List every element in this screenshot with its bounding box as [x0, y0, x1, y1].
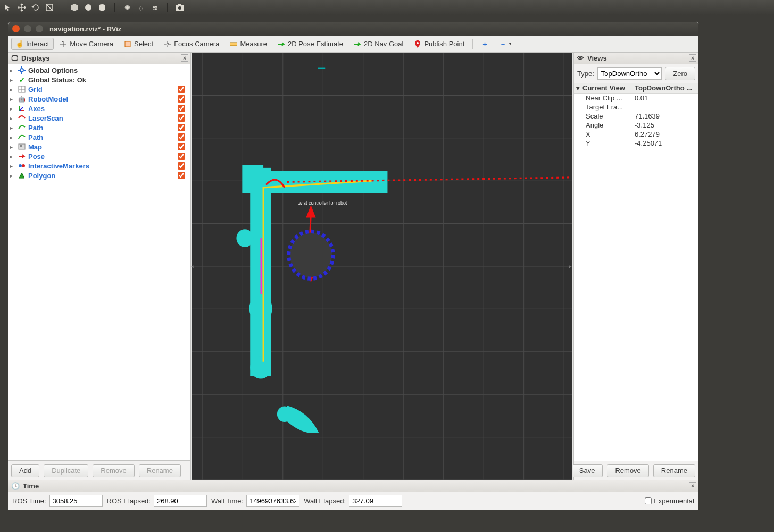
property-row[interactable]: Near Clip ...0.01 [574, 94, 698, 103]
visibility-checkbox[interactable] [178, 133, 185, 141]
tree-item[interactable]: ▸Pose [8, 151, 190, 161]
tree-item[interactable]: ▸Axes [8, 104, 190, 113]
rotate-icon[interactable] [31, 3, 40, 12]
move-camera-tool[interactable]: Move Camera [55, 38, 118, 50]
focus-camera-tool[interactable]: Focus Camera [159, 38, 224, 50]
wall-elapsed-input[interactable] [349, 495, 402, 507]
tree-item[interactable]: ▸Global Options [8, 65, 190, 75]
chevron-right-icon[interactable]: ▸ [10, 96, 15, 102]
remove-button[interactable]: Remove [93, 464, 134, 477]
tree-item[interactable]: ▸Path [8, 123, 190, 132]
visibility-checkbox[interactable] [178, 95, 185, 103]
experimental-checkbox[interactable]: Experimental [645, 497, 694, 505]
property-row[interactable]: Angle-3.125 [574, 121, 698, 130]
property-row[interactable]: Target Fra... [574, 103, 698, 112]
cursor-icon[interactable] [3, 3, 13, 12]
chevron-right-icon[interactable]: ▸ [10, 125, 15, 131]
nav-goal-icon [354, 40, 361, 48]
property-row[interactable]: X6.27279 [574, 130, 698, 139]
add-button[interactable]: Add [11, 464, 39, 477]
tree-item[interactable]: ▸Grid [8, 85, 190, 94]
property-value[interactable]: 71.1639 [632, 112, 662, 121]
tree-item[interactable]: ▸LaserScan [8, 113, 190, 123]
views-header[interactable]: 👁 Views × [574, 53, 698, 64]
ros-time-input[interactable] [49, 495, 103, 507]
zero-button[interactable]: Zero [665, 67, 695, 80]
ruler-icon [230, 40, 237, 48]
window-close-button[interactable] [12, 25, 20, 32]
interact-tool[interactable]: ☝ Interact [11, 38, 54, 50]
monitor-icon: 🖵 [11, 54, 18, 62]
scale-icon[interactable] [45, 3, 54, 12]
displays-tree[interactable]: ▸Global Options▸✓Global Status: Ok▸Grid▸… [8, 64, 190, 424]
visibility-checkbox[interactable] [178, 143, 185, 150]
property-value[interactable]: 0.01 [632, 94, 650, 103]
cube-icon[interactable] [70, 3, 79, 12]
views-rename-button[interactable]: Rename [653, 464, 695, 477]
svg-point-55 [236, 229, 253, 247]
property-value[interactable]: -3.125 [632, 121, 656, 130]
property-value[interactable]: -4.25071 [632, 139, 664, 148]
visibility-checkbox[interactable] [178, 86, 185, 93]
chevron-right-icon[interactable]: ▸ [10, 87, 15, 92]
ros-elapsed-input[interactable] [154, 495, 207, 507]
chevron-right-icon[interactable]: ▸ [10, 67, 15, 73]
select-tool[interactable]: Select [119, 38, 158, 50]
titlebar[interactable]: navigation.rviz* - RViz [8, 22, 698, 36]
camera-icon[interactable] [175, 3, 185, 12]
remove-tool-button[interactable]: －▾ [494, 38, 516, 50]
add-tool-button[interactable]: ＋ [476, 38, 493, 50]
chevron-right-icon[interactable]: ▸ [10, 163, 15, 169]
light2-icon[interactable]: ☼ [136, 3, 146, 12]
close-icon[interactable]: × [689, 54, 696, 62]
window-minimize-button[interactable] [24, 25, 31, 32]
property-row[interactable]: Y-4.25071 [574, 139, 698, 148]
svg-point-26 [22, 164, 25, 167]
svg-point-52 [249, 296, 272, 321]
move-icon[interactable] [17, 3, 27, 12]
property-row[interactable]: Scale71.1639 [574, 112, 698, 121]
visibility-checkbox[interactable] [178, 172, 185, 179]
visibility-checkbox[interactable] [178, 124, 185, 131]
views-remove-button[interactable]: Remove [607, 464, 648, 477]
tree-item[interactable]: ▸Polygon [8, 171, 190, 180]
light-icon[interactable]: ✺ [122, 3, 132, 12]
chevron-right-icon[interactable]: ▸ [10, 77, 15, 83]
cylinder-icon[interactable] [97, 3, 107, 12]
visibility-checkbox[interactable] [178, 153, 185, 160]
tree-item[interactable]: ▸InteractiveMarkers [8, 161, 190, 171]
layers-icon[interactable]: ≋ [150, 3, 160, 12]
tree-item[interactable]: ▸🤖RobotModel [8, 94, 190, 104]
duplicate-button[interactable]: Duplicate [44, 464, 88, 477]
chevron-right-icon[interactable]: ▸ [10, 173, 15, 179]
time-header[interactable]: 🕓 Time × [8, 480, 698, 492]
chevron-right-icon[interactable]: ▸ [10, 154, 15, 159]
rename-button[interactable]: Rename [139, 464, 181, 477]
chevron-right-icon[interactable]: ▸ [10, 144, 15, 150]
window-maximize-button[interactable] [36, 25, 43, 32]
viewport-3d[interactable]: ◂ ▸ [191, 53, 573, 480]
chevron-right-icon[interactable]: ▸ [10, 134, 15, 140]
publish-point-tool[interactable]: Publish Point [409, 38, 469, 50]
property-value[interactable] [632, 103, 637, 112]
visibility-checkbox[interactable] [178, 162, 185, 170]
measure-tool[interactable]: Measure [225, 38, 272, 50]
close-icon[interactable]: × [181, 54, 188, 62]
wall-time-input[interactable] [246, 495, 299, 507]
property-value[interactable]: 6.27279 [632, 130, 662, 139]
pose-estimate-tool[interactable]: 2D Pose Estimate [273, 38, 348, 50]
visibility-checkbox[interactable] [178, 105, 185, 112]
tree-item[interactable]: ▸Map [8, 142, 190, 151]
chevron-right-icon[interactable]: ▸ [10, 106, 15, 112]
displays-header[interactable]: 🖵 Displays × [8, 53, 190, 64]
views-save-button[interactable]: Save [571, 464, 603, 477]
visibility-checkbox[interactable] [178, 114, 185, 122]
chevron-right-icon[interactable]: ▸ [10, 115, 15, 121]
tree-item[interactable]: ▸✓Global Status: Ok [8, 75, 190, 85]
view-properties[interactable]: ▾ Current View TopDownOrtho ... Near Cli… [574, 83, 698, 461]
nav-goal-tool[interactable]: 2D Nav Goal [349, 38, 408, 50]
sphere-icon[interactable] [84, 3, 93, 12]
view-type-select[interactable]: TopDownOrtho [597, 67, 662, 80]
tree-item[interactable]: ▸Path [8, 132, 190, 142]
close-icon[interactable]: × [689, 482, 696, 489]
